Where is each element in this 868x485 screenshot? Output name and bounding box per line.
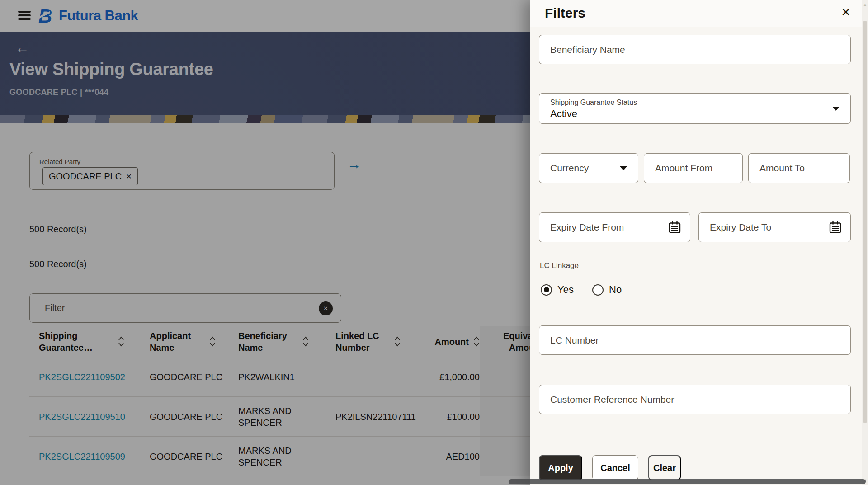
chevron-down-icon[interactable] bbox=[620, 166, 627, 170]
customer-reference-input[interactable] bbox=[539, 385, 850, 414]
amount-to-input[interactable] bbox=[749, 154, 849, 183]
status-select[interactable]: Shipping Guarantee Status Active bbox=[539, 93, 851, 124]
cancel-button[interactable]: Cancel bbox=[592, 455, 638, 480]
lc-linkage-yes-label: Yes bbox=[557, 284, 574, 296]
filters-panel: Filters ✕ Shipping Guarantee Status Acti… bbox=[530, 0, 868, 485]
status-label: Shipping Guarantee Status bbox=[550, 99, 637, 107]
panel-scrollbar[interactable]: ▲ ▼ bbox=[862, 0, 868, 485]
amount-from-input[interactable] bbox=[644, 154, 742, 183]
expiry-date-from-field bbox=[539, 212, 690, 242]
app-root: B Futura Bank ← View Shipping Guarantee … bbox=[0, 0, 868, 485]
apply-button[interactable]: Apply bbox=[539, 455, 582, 480]
expiry-date-from-input[interactable] bbox=[539, 213, 690, 242]
currency-placeholder: Currency bbox=[550, 163, 589, 174]
lc-number-input[interactable] bbox=[539, 326, 850, 354]
radio-unselected-icon[interactable] bbox=[592, 284, 604, 296]
lc-linkage-no-radio[interactable]: No bbox=[592, 284, 622, 296]
lc-number-field bbox=[539, 325, 851, 355]
filters-title: Filters bbox=[545, 5, 585, 21]
scrollbar-thumb[interactable] bbox=[863, 21, 867, 423]
calendar-icon[interactable] bbox=[669, 221, 681, 234]
close-icon[interactable]: ✕ bbox=[841, 6, 851, 18]
calendar-icon[interactable] bbox=[829, 221, 841, 234]
radio-selected-icon[interactable] bbox=[541, 284, 552, 296]
lc-linkage-label: LC Linkage bbox=[540, 261, 579, 270]
chevron-down-icon[interactable] bbox=[832, 107, 840, 111]
status-value: Active bbox=[550, 108, 577, 120]
beneficiary-name-field bbox=[539, 35, 851, 64]
beneficiary-name-input[interactable] bbox=[539, 35, 850, 64]
amount-from-field bbox=[644, 153, 743, 183]
filters-panel-header: Filters ✕ bbox=[530, 0, 868, 27]
expiry-date-to-input[interactable] bbox=[699, 213, 850, 242]
customer-reference-field bbox=[539, 385, 851, 414]
scrollbar-up-icon[interactable]: ▲ bbox=[862, 2, 868, 7]
clear-button[interactable]: Clear bbox=[648, 455, 681, 480]
horizontal-scrollbar-thumb[interactable] bbox=[509, 479, 866, 484]
lc-linkage-yes-radio[interactable]: Yes bbox=[541, 284, 574, 296]
lc-linkage-no-label: No bbox=[609, 284, 622, 296]
expiry-date-to-field bbox=[698, 212, 851, 242]
amount-to-field bbox=[748, 153, 850, 183]
currency-select[interactable]: Currency bbox=[539, 153, 638, 183]
